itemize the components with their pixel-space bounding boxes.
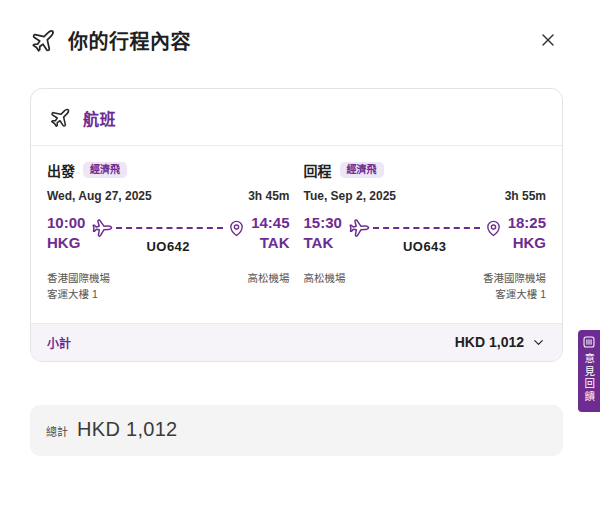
arrival-code: HKG	[508, 233, 546, 253]
departure-time: 15:30	[304, 213, 342, 233]
arrival-airport: 香港國際機場 客運大樓 1	[483, 270, 546, 303]
route-graphic: UO643	[342, 213, 508, 254]
total-label: 總計	[46, 423, 68, 439]
departure-code: HKG	[47, 233, 85, 253]
total-amount: HKD 1,012	[77, 418, 178, 441]
arrival-time: 18:25	[508, 213, 546, 233]
flight-number: UO643	[348, 239, 502, 254]
flight-duration: 3h 55m	[505, 189, 546, 203]
chevron-down-icon	[531, 335, 546, 350]
flight-date: Wed, Aug 27, 2025	[47, 189, 152, 203]
route-dashed-line	[116, 227, 223, 229]
page-title: 你的行程內容	[68, 26, 191, 55]
plane-icon	[49, 107, 71, 129]
plane-icon	[344, 214, 372, 242]
route-row: 15:30 TAK UO643 1	[304, 213, 547, 254]
flights-section-title: 航班	[83, 106, 116, 130]
direction-label: 回程	[304, 160, 332, 180]
arrival-airport: 高松機場	[248, 270, 290, 303]
subtotal-amount: HKD 1,012	[455, 334, 546, 350]
flights-section-header: 航班	[31, 89, 562, 146]
route-line	[91, 218, 245, 238]
departure-time: 10:00	[47, 213, 85, 233]
route-row: 10:00 HKG UO642 1	[47, 213, 290, 254]
leg-date-row: Wed, Aug 27, 2025 3h 45m	[47, 189, 290, 203]
direction-label: 出發	[47, 160, 75, 180]
arrival-time-block: 18:25 HKG	[508, 213, 546, 254]
survey-icon	[583, 336, 595, 348]
leg-heading: 出發 經濟飛	[47, 160, 290, 180]
arrival-code: TAK	[251, 233, 289, 253]
fare-class-badge: 經濟飛	[83, 162, 127, 178]
route-dashed-line	[373, 227, 480, 229]
feedback-tab[interactable]: 意見回饋	[578, 330, 600, 412]
flight-legs: 出發 經濟飛 Wed, Aug 27, 2025 3h 45m 10:00 HK…	[31, 146, 562, 323]
leg-heading: 回程 經濟飛	[304, 160, 547, 180]
departure-time-block: 10:00 HKG	[47, 213, 85, 254]
leg-date-row: Tue, Sep 2, 2025 3h 55m	[304, 189, 547, 203]
feedback-tab-label: 意見回饋	[584, 353, 595, 403]
airports-row: 香港國際機場 客運大樓 1 高松機場	[47, 270, 290, 303]
flight-date: Tue, Sep 2, 2025	[304, 189, 397, 203]
fare-class-badge: 經濟飛	[340, 162, 384, 178]
departure-airport: 香港國際機場 客運大樓 1	[47, 270, 110, 303]
subtotal-row[interactable]: 小計 HKD 1,012	[31, 323, 562, 361]
departure-code: TAK	[304, 233, 342, 253]
flight-duration: 3h 45m	[248, 189, 289, 203]
departure-time-block: 15:30 TAK	[304, 213, 342, 254]
arrival-time-block: 14:45 TAK	[251, 213, 289, 254]
total-card: 總計 HKD 1,012	[30, 405, 563, 456]
airports-row: 高松機場 香港國際機場 客運大樓 1	[304, 270, 547, 303]
map-pin-icon	[228, 220, 245, 237]
subtotal-label: 小計	[47, 334, 71, 351]
plane-icon	[87, 214, 115, 242]
departure-airport: 高松機場	[304, 270, 346, 303]
close-button[interactable]	[538, 30, 558, 50]
plane-icon	[30, 28, 56, 54]
arrival-time: 14:45	[251, 213, 289, 233]
route-line	[348, 218, 502, 238]
itinerary-card: 航班 出發 經濟飛 Wed, Aug 27, 2025 3h 45m 10:00…	[30, 88, 563, 362]
route-graphic: UO642	[85, 213, 251, 254]
map-pin-icon	[485, 220, 502, 237]
close-icon	[541, 33, 555, 47]
flight-leg-outbound: 出發 經濟飛 Wed, Aug 27, 2025 3h 45m 10:00 HK…	[47, 160, 290, 303]
panel-header: 你的行程內容	[0, 0, 600, 55]
flight-leg-return: 回程 經濟飛 Tue, Sep 2, 2025 3h 55m 15:30 TAK	[304, 160, 547, 303]
flight-number: UO642	[91, 239, 245, 254]
